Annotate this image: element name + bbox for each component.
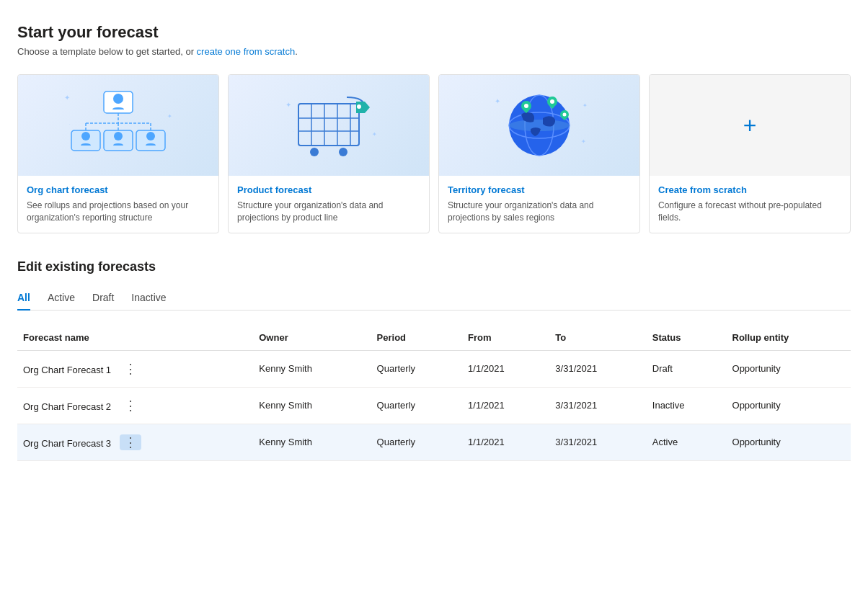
more-options-button-2[interactable]: ⋮ [120,398,141,414]
template-card-scratch[interactable]: + Create from scratch Configure a foreca… [649,74,851,233]
svg-point-24 [339,148,347,156]
table-row: Org Chart Forecast 2 ⋮ Kenny Smith Quart… [17,387,851,424]
template-card-image-product: ✦ ✦ · [229,75,429,176]
from-2: 1/1/2021 [462,387,549,424]
col-owner: Owner [253,325,371,351]
template-card-body-org: Org chart forecast See rollups and proje… [18,176,218,233]
svg-point-8 [81,132,90,140]
rollup-3: Opportunity [727,424,851,460]
more-options-button-1[interactable]: ⋮ [120,361,141,377]
from-3: 1/1/2021 [462,424,549,460]
col-forecast-name: Forecast name [17,325,253,351]
rollup-1: Opportunity [727,350,851,387]
template-card-desc-product: Structure your organization's data and p… [237,200,420,224]
page-subtitle: Choose a template below to get started, … [17,46,851,57]
svg-text:✦: ✦ [167,113,172,120]
svg-point-23 [310,148,319,156]
svg-point-36 [550,99,554,104]
template-card-image-territory: ✦ ✦ ✦ [439,75,639,176]
table-header-row: Forecast name Owner Period From To Statu… [17,325,851,351]
page-title: Start your forecast [17,23,851,42]
template-card-desc-org: See rollups and projections based on you… [27,200,210,224]
existing-section-title: Edit existing forecasts [17,259,851,274]
tab-draft[interactable]: Draft [92,286,114,311]
owner-2: Kenny Smith [253,387,371,424]
svg-text:·: · [69,122,71,126]
col-to: To [549,325,646,351]
template-card-title-scratch: Create from scratch [658,184,841,195]
template-card-image-scratch: + [650,75,850,176]
period-3: Quarterly [371,424,462,460]
template-card-title-org: Org chart forecast [27,184,210,195]
svg-point-12 [146,132,155,140]
svg-text:✦: ✦ [581,138,586,145]
template-card-image-org: ✦ ✦ · [18,75,218,176]
table-row: Org Chart Forecast 3 ⋮ Kenny Smith Quart… [17,424,851,460]
from-1: 1/1/2021 [462,350,549,387]
template-card-body-territory: Territory forecast Structure your organi… [439,176,639,233]
template-card-body-scratch: Create from scratch Configure a forecast… [650,176,850,233]
template-card-org[interactable]: ✦ ✦ · Org chart forecast See rollups and… [17,74,219,233]
status-1: Draft [647,350,727,387]
period-2: Quarterly [371,387,462,424]
svg-text:✦: ✦ [285,101,291,109]
template-card-body-product: Product forecast Structure your organiza… [229,176,429,233]
forecast-name-1: Org Chart Forecast 1 ⋮ [17,350,253,387]
period-1: Quarterly [371,350,462,387]
template-card-title-product: Product forecast [237,184,420,195]
plus-icon: + [743,112,757,139]
svg-text:✦: ✦ [64,94,70,102]
col-period: Period [371,325,462,351]
create-scratch-link[interactable]: create one from scratch [197,46,296,57]
template-card-product[interactable]: ✦ ✦ · Product forecast Structure your or… [228,74,430,233]
forecast-table: Forecast name Owner Period From To Statu… [17,325,851,461]
template-card-desc-scratch: Configure a forecast without pre-populat… [658,200,841,224]
col-rollup: Rollup entity [727,325,851,351]
table-row: Org Chart Forecast 1 ⋮ Kenny Smith Quart… [17,350,851,387]
svg-text:✦: ✦ [583,102,588,109]
svg-point-38 [563,113,567,117]
rollup-2: Opportunity [727,387,851,424]
forecast-tabs: All Active Draft Inactive [17,286,851,311]
tab-active[interactable]: Active [48,286,75,311]
forecast-table-wrapper: Forecast name Owner Period From To Statu… [17,325,851,461]
col-status: Status [647,325,727,351]
svg-point-1 [113,94,123,104]
to-2: 3/31/2021 [549,387,646,424]
template-card-title-territory: Territory forecast [448,184,631,195]
forecast-name-3: Org Chart Forecast 3 ⋮ [17,424,253,460]
template-grid: ✦ ✦ · Org chart forecast See rollups and… [17,74,851,233]
to-3: 3/31/2021 [549,424,646,460]
to-1: 3/31/2021 [549,350,646,387]
tab-inactive[interactable]: Inactive [131,286,166,311]
svg-point-10 [114,132,123,140]
col-from: From [462,325,549,351]
forecast-name-2: Org Chart Forecast 2 ⋮ [17,387,253,424]
template-card-desc-territory: Structure your organization's data and p… [448,200,631,224]
owner-1: Kenny Smith [253,350,371,387]
svg-text:✦: ✦ [372,131,377,138]
svg-point-25 [357,104,361,109]
status-2: Inactive [647,387,727,424]
svg-point-34 [524,104,528,108]
status-3: Active [647,424,727,460]
more-options-button-3[interactable]: ⋮ [120,434,141,450]
owner-3: Kenny Smith [253,424,371,460]
svg-text:·: · [293,129,294,133]
tab-all[interactable]: All [17,286,30,311]
template-card-territory[interactable]: ✦ ✦ ✦ Territory forecast Structure your … [438,74,640,233]
svg-text:✦: ✦ [495,97,500,105]
